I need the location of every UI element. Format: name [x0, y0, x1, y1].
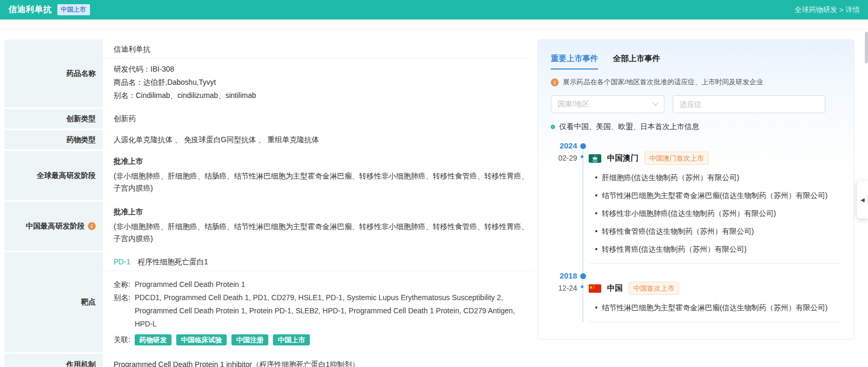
event-indication-item: 结节性淋巴细胞为主型霍奇金淋巴瘤(信达生物制药（苏州）有限公司) — [595, 191, 841, 201]
table-row-china-stage: 中国最高研发阶段 i 批准上市 (非小细胞肺癌、肝细胞癌、结肠癌、结节性淋巴细胞… — [4, 202, 531, 251]
event-date: 02-29 — [551, 154, 577, 162]
row-label: 创新类型 — [4, 109, 103, 128]
event-date: 12-24 — [551, 284, 577, 292]
table-row-target: 靶点 PD-1 程序性细胞死亡蛋白1 全称: Programmed Cell D… — [4, 252, 531, 352]
target-alias-line2: Programmed Cell Death Protein 1, Protein… — [135, 304, 531, 331]
first-launch-badge: 中国首次上市 — [629, 282, 679, 295]
row-label: 药品名称 — [4, 39, 103, 107]
event-divider — [589, 263, 841, 264]
first-launch-radio[interactable] — [551, 125, 555, 129]
event-indication-item: 转移性非小细胞肺癌(信达生物制药（苏州）有限公司) — [595, 209, 841, 219]
chevron-down-icon — [652, 100, 658, 106]
event-year: 2018 — [551, 271, 577, 280]
china-stage-value: 批准上市 — [114, 207, 534, 217]
events-timeline: 2024 02-29 — [551, 141, 841, 322]
row-label: 药物类型 — [4, 130, 103, 150]
global-stage-value: 批准上市 — [114, 157, 534, 166]
event-indication-item: 转移性胃癌(信达生物制药（苏州）有限公司) — [595, 244, 841, 254]
table-row-name: 药品名称 信迪利单抗 研发代码：IBI-308 商品名：达伯舒,Daboshu,… — [4, 39, 531, 107]
event-year: 2024 — [551, 141, 577, 150]
event-region: 中国澳门 — [607, 153, 639, 163]
alias-line: 别名：Cindilimab、cindilizumab、sintilimab — [114, 89, 531, 102]
innovation-type-value: 创新药 — [103, 109, 531, 128]
first-launch-badge: 中国澳门首次上市 — [644, 152, 709, 165]
target-name: 程序性细胞死亡蛋白1 — [138, 257, 208, 266]
row-label: 中国最高研发阶段 i — [4, 202, 103, 251]
drug-detail-page: 信迪利单抗 中国上市 全球药物研发 > 详情 药品名称 信迪利单抗 研发代码：I… — [0, 0, 868, 367]
drug-info-table: 药品名称 信迪利单抗 研发代码：IBI-308 商品名：达伯舒,Daboshu,… — [4, 39, 531, 367]
event-indication-item: 转移性食管癌(信达生物制药（苏州）有限公司) — [595, 226, 841, 236]
events-info-note: 展示药品在各个国家/地区首次批准的适应症、上市时间及研发企业 — [563, 77, 763, 87]
top-bar: 信迪利单抗 中国上市 全球药物研发 > 详情 — [0, 0, 868, 19]
page-title: 信迪利单抗 — [8, 4, 52, 15]
timeline-year-dot — [580, 273, 586, 279]
timeline-event-2018-china: 2018 12-24 中国 中国首次上市 — [551, 271, 841, 322]
event-divider — [589, 322, 841, 322]
events-tabs: 重要上市事件 全部上市事件 — [551, 54, 841, 70]
timeline-date-dot — [581, 285, 583, 288]
row-label: 作用机制 — [4, 354, 103, 367]
event-indication-item: 肝细胞癌(信达生物制药（苏州）有限公司) — [595, 173, 841, 183]
full-name-label: 全称: — [114, 278, 130, 291]
macau-flag-icon — [589, 154, 601, 163]
mechanism-value: Programmed Cell Death Protein 1 inhibito… — [103, 354, 531, 367]
market-status-badge: 中国上市 — [57, 4, 90, 15]
market-events-panel: 重要上市事件 全部上市事件 i 展示药品在各个国家/地区首次批准的适应症、上市时… — [538, 39, 854, 340]
row-label: 全球最高研发阶段 — [4, 151, 103, 200]
global-stage-indications: (非小细胞肺癌、肝细胞癌、结肠癌、结节性淋巴细胞为主型霍奇金淋巴瘤、转移性非小细… — [114, 170, 534, 194]
relation-label: 关联: — [114, 335, 130, 345]
timeline-date-dot — [581, 155, 583, 158]
relation-badge-china-market[interactable]: 中国上市 — [273, 334, 310, 345]
event-indication-item: 结节性淋巴细胞为主型霍奇金淋巴瘤(信达生物制药（苏州）有限公司) — [595, 303, 841, 313]
event-region: 中国 — [607, 283, 623, 293]
panel-collapse-button[interactable]: ◀ — [857, 181, 868, 219]
target-alias-line1: PDCD1, Programmed Cell Death 1, PD1, CD2… — [135, 291, 531, 304]
country-region-select[interactable]: 国家/地区 — [551, 95, 664, 113]
relation-badge-china-registration[interactable]: 中国注册 — [231, 334, 268, 345]
scrollbar-thumb[interactable] — [865, 32, 868, 63]
info-icon: i — [551, 78, 559, 86]
tab-all-events[interactable]: 全部上市事件 — [613, 54, 660, 70]
table-row-innovation-type: 创新类型 创新药 — [4, 109, 531, 128]
drug-name-value: 信迪利单抗 — [103, 39, 531, 58]
dev-code-line: 研发代码：IBI-308 — [114, 63, 531, 76]
trade-name-line: 商品名：达伯舒,Daboshu,Tyvyt — [114, 76, 531, 89]
table-row-global-stage: 全球最高研发阶段 批准上市 (非小细胞肺癌、肝细胞癌、结肠癌、结节性淋巴细胞为主… — [4, 151, 531, 200]
relation-badge-drug-rd[interactable]: 药物研发 — [135, 334, 171, 345]
china-stage-indications: (非小细胞肺癌、肝细胞癌、结肠癌、结节性淋巴细胞为主型霍奇金淋巴瘤、转移性非小细… — [114, 221, 534, 245]
timeline-event-2024-macau: 2024 02-29 — [551, 141, 841, 264]
target-full-name: Programmed Cell Death Protein 1 — [135, 278, 245, 291]
collapse-left-icon: ◀ — [861, 197, 865, 203]
first-launch-radio-label: 仅看中国、美国、欧盟、日本首次上市信息 — [559, 122, 699, 132]
china-flag-icon — [589, 284, 601, 293]
header-divider — [0, 29, 868, 29]
table-row-mechanism: 作用机制 Programmed Cell Death Protein 1 inh… — [4, 354, 531, 367]
indication-input[interactable] — [673, 95, 825, 113]
timeline-year-dot — [580, 143, 586, 149]
row-label: 靶点 — [4, 252, 103, 352]
breadcrumb[interactable]: 全球药物研发 > 详情 — [795, 5, 860, 15]
alias-label: 别名: — [114, 291, 130, 331]
tab-important-events[interactable]: 重要上市事件 — [551, 54, 598, 70]
table-row-drug-type: 药物类型 人源化单克隆抗体 、 免疫球蛋白G同型抗体 、 重组单克隆抗体 — [4, 130, 531, 150]
relation-badge-china-trials[interactable]: 中国临床试验 — [176, 334, 227, 345]
target-link[interactable]: PD-1 — [114, 257, 130, 266]
drug-type-value: 人源化单克隆抗体 、 免疫球蛋白G同型抗体 、 重组单克隆抗体 — [103, 130, 531, 150]
info-icon[interactable]: i — [88, 222, 96, 230]
country-region-placeholder: 国家/地区 — [558, 100, 589, 109]
